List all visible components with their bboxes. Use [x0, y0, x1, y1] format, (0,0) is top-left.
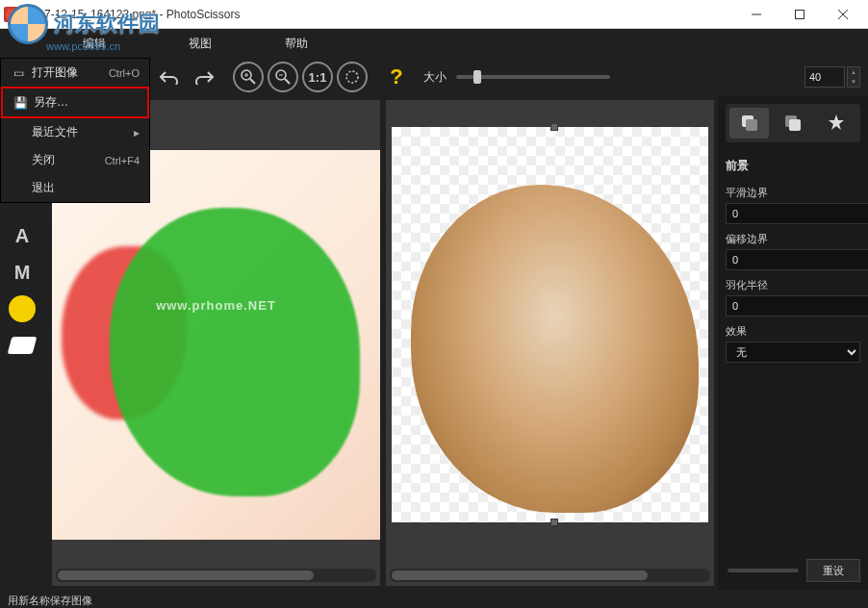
size-label: 大小 [423, 69, 447, 86]
tool-eraser[interactable] [5, 331, 39, 360]
statusbar: 用新名称保存图像 [0, 590, 868, 608]
close-button[interactable] [821, 1, 864, 28]
redo-button[interactable] [189, 62, 219, 92]
svg-rect-1 [795, 10, 804, 18]
properties-panel: 前景 平滑边界 ▲▼ 偏移边界 ▲▼ 羽化半径 ▲▼ 效果 无 重设 [718, 96, 868, 590]
svg-point-11 [346, 71, 358, 83]
smooth-input[interactable] [726, 203, 868, 224]
svg-rect-13 [746, 119, 757, 131]
section-title: 前景 [726, 158, 860, 174]
menubar: 编辑 视图 帮助 [0, 29, 868, 58]
menu-close[interactable]: 关闭 Ctrl+F4 [1, 146, 149, 174]
selection-handle[interactable] [550, 123, 558, 131]
maximize-button[interactable] [778, 1, 821, 28]
tab-foreground[interactable] [729, 108, 769, 139]
help-button[interactable]: ? [381, 62, 412, 92]
result-canvas[interactable] [386, 100, 714, 586]
menu-view[interactable]: 视图 [171, 30, 229, 58]
tool-marker[interactable] [5, 294, 39, 323]
menu-save-as[interactable]: 💾 另存… [1, 87, 149, 118]
selection-handle[interactable] [550, 519, 558, 526]
window-title: 2017-12-15_164123.png* - PhotoScissors [25, 8, 734, 21]
zoom-actual-button[interactable]: 1:1 [302, 62, 333, 92]
menu-open-image[interactable]: ▭ 打开图像 Ctrl+O [1, 59, 149, 87]
scrollbar-horizontal[interactable] [390, 569, 710, 582]
reset-button[interactable]: 重设 [806, 559, 860, 582]
chevron-down-icon[interactable]: ▼ [848, 77, 859, 87]
scrollbar-horizontal[interactable] [56, 569, 376, 582]
offset-input[interactable] [726, 249, 868, 270]
app-icon [4, 7, 19, 22]
titlebar: 2017-12-15_164123.png* - PhotoScissors [0, 0, 868, 29]
menu-recent-files[interactable]: 最近文件 ▸ [1, 118, 149, 146]
chevron-up-icon[interactable]: ▲ [848, 67, 859, 77]
smooth-label: 平滑边界 [726, 186, 860, 200]
effect-select[interactable]: 无 [726, 342, 860, 363]
open-icon: ▭ [11, 65, 26, 81]
tool-manual[interactable]: M [5, 258, 39, 287]
canvas-watermark: www.prhome.NET [156, 297, 276, 312]
zoom-out-button[interactable] [268, 62, 298, 92]
brush-size-spinner[interactable]: ▲ ▼ [847, 66, 860, 88]
panel-slider[interactable] [728, 569, 799, 572]
save-icon: 💾 [13, 95, 28, 111]
status-text: 用新名称保存图像 [8, 594, 92, 608]
menu-help[interactable]: 帮助 [268, 30, 325, 58]
chevron-right-icon: ▸ [134, 126, 140, 139]
tab-background[interactable] [773, 108, 812, 139]
feather-input[interactable] [726, 295, 868, 317]
tool-auto[interactable]: A [5, 221, 39, 250]
svg-rect-15 [789, 119, 801, 131]
undo-button[interactable] [154, 62, 185, 92]
brush-size-slider[interactable] [456, 75, 610, 79]
brush-size-input[interactable] [804, 66, 845, 88]
file-menu-dropdown: ▭ 打开图像 Ctrl+O 💾 另存… 最近文件 ▸ 关闭 Ctrl+F4 退出 [0, 58, 150, 203]
zoom-fit-button[interactable] [337, 62, 368, 92]
svg-line-5 [250, 79, 255, 84]
tab-effects[interactable] [817, 108, 856, 139]
effect-label: 效果 [726, 324, 860, 339]
offset-label: 偏移边界 [726, 232, 860, 246]
menu-exit[interactable]: 退出 [1, 174, 149, 202]
feather-label: 羽化半径 [726, 278, 860, 292]
zoom-in-button[interactable] [233, 62, 264, 92]
svg-line-9 [285, 79, 290, 84]
minimize-button[interactable] [734, 1, 778, 28]
menu-edit[interactable]: 编辑 [65, 30, 123, 58]
